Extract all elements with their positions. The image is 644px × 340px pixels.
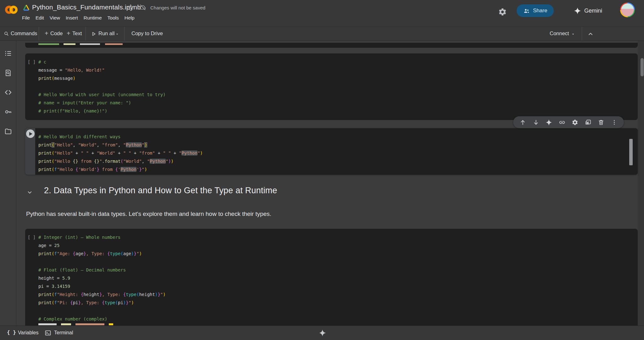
commands-button[interactable]: Commands [11,30,37,36]
variables-button[interactable]: Variables [18,330,39,336]
code-line: # Integer (int) – Whole numbers [38,233,638,241]
cell-run-gutter[interactable]: [ ] [28,58,36,66]
drive-icon [23,4,30,11]
code-line: height = 5.9 [38,274,638,282]
code-line: message = "Hello, World!" [38,66,638,74]
menu-insert[interactable]: Insert [66,15,78,21]
cell-run-strip [25,128,35,175]
code-editor[interactable]: # cmessage = "Hello, World!"print(messag… [38,53,638,115]
focused-cell-wrap: # Hello World in different waysprint("He… [25,128,638,175]
menu-edit[interactable]: Edit [36,15,44,21]
code-cell-data-types[interactable]: [ ] # Integer (int) – Whole numbersage =… [25,229,638,326]
terminal-button[interactable]: Terminal [54,330,73,336]
code-editor[interactable]: # Hello World in different waysprint("He… [38,128,638,173]
search-icon [4,31,9,36]
add-code-plus-icon: + [45,30,48,37]
run-cell-button[interactable] [26,129,35,138]
share-button-label: Share [533,8,547,14]
code-line: print(f"Pi: {pi}, Type: {type(pi)}") [38,299,638,307]
run-all-button[interactable]: Run all [98,30,114,36]
notebook-scroll-area[interactable]: [ ] # cmessage = "Hello, World!"print(me… [16,41,644,326]
section-heading: 2. Data Types in Python and How to Get t… [44,186,277,195]
cell-toolbar [513,116,624,128]
cell-run-gutter[interactable]: [ ] [28,233,36,241]
unsaved-changes-note: Changes will not be saved [150,5,205,10]
code-line: # c [38,58,638,66]
clipped-code-line [38,323,133,325]
main-scrollbar-thumb[interactable] [641,58,644,76]
code-snippets-icon[interactable] [4,89,12,96]
more-actions-icon[interactable] [611,119,618,126]
code-line: print(message) [38,74,638,82]
code-line [38,82,638,90]
add-text-plus-icon: + [67,30,70,37]
play-icon [29,132,32,136]
table-of-contents-icon[interactable] [4,50,12,57]
menu-help[interactable]: Help [125,15,135,21]
section-collapse-chevron-icon[interactable] [27,189,33,195]
code-line [38,258,638,266]
terminal-icon [45,330,51,336]
find-replace-icon[interactable] [4,69,12,77]
star-icon[interactable] [127,4,134,11]
share-people-icon [523,8,530,14]
variables-braces-icon: { } [7,329,16,335]
run-all-dropdown-caret-icon[interactable] [115,32,119,36]
code-line: print("Hello" + " " + "World" + " " + "f… [38,149,638,157]
user-avatar[interactable] [620,3,635,17]
menu-view[interactable]: View [50,15,60,21]
cell-scrollbar-thumb[interactable] [629,139,633,165]
gemini-spark-icon[interactable] [546,119,552,126]
copy-to-drive-button[interactable]: Copy to Drive [131,30,163,36]
menubar: File Edit View Insert Runtime Tools Help [22,15,135,21]
collapse-header-chevron-icon[interactable] [587,31,594,37]
code-line: print(f"Height: {height}, Type: {type(he… [38,290,638,299]
menu-runtime[interactable]: Runtime [84,15,102,21]
code-cell-focused[interactable]: # Hello World in different waysprint("He… [25,128,638,175]
move-cell-down-icon[interactable] [533,119,539,126]
settings-gear-icon[interactable] [498,8,507,16]
delete-cell-icon[interactable] [598,119,604,126]
run-all-play-icon [91,31,96,36]
add-code-button[interactable]: Code [50,30,63,36]
code-line: # Hello World in different ways [38,133,638,141]
notebook-toolbar: Commands + Code + Text Run all Copy to D… [0,26,644,41]
colab-logo-icon[interactable] [4,3,18,16]
menu-tools[interactable]: Tools [108,15,119,21]
code-line [38,307,638,315]
connect-button[interactable]: Connect [550,30,569,36]
app-header: Python_Basics_Fundamentals.ipynb Changes… [0,0,644,26]
code-line: # Hello World with user input (uncomment… [38,90,638,99]
code-line: # name = input("Enter your name: ") [38,99,638,107]
left-sidebar [0,41,16,326]
code-cell-partial[interactable] [25,43,638,48]
notebook-title[interactable]: Python_Basics_Fundamentals.ipynb [32,3,141,11]
menu-file[interactable]: File [22,15,30,21]
code-cell-hello-world[interactable]: [ ] # cmessage = "Hello, World!"print(me… [25,53,638,120]
cell-settings-icon[interactable] [572,119,578,126]
link-cell-icon[interactable] [559,119,565,126]
bottom-bar: { } Variables Terminal [0,326,644,340]
code-line: # Float (float) – Decimal numbers [38,266,638,274]
code-line: print(f"Age: {age}, Type: {type(age)}") [38,250,638,258]
files-folder-icon[interactable] [4,128,12,135]
share-button[interactable]: Share [517,4,554,17]
move-cell-up-icon[interactable] [519,119,526,126]
code-line: age = 25 [38,241,638,250]
code-line: # Complex number (complex) [38,315,638,323]
gemini-label: Gemini [584,8,602,14]
code-line: print("Hello {} from {}".format("World",… [38,157,638,165]
gemini-button[interactable]: Gemini [574,8,602,14]
gemini-spark-icon [574,8,581,14]
connect-dropdown-caret-icon[interactable] [571,32,575,36]
markdown-paragraph: Python has several built-in data types. … [26,211,271,217]
code-line: print("Hello", "World", "from", "Python"… [38,141,638,149]
code-editor[interactable]: # Integer (int) – Whole numbersage = 25p… [38,229,638,323]
secrets-key-icon[interactable] [4,108,12,116]
add-text-button[interactable]: Text [72,30,82,36]
cloud-off-icon [139,4,146,11]
code-line: pi = 3.14159 [38,282,638,290]
gemini-spark-icon[interactable] [319,329,326,337]
mirror-cell-tab-icon[interactable] [585,119,591,126]
colab-app: Python_Basics_Fundamentals.ipynb Changes… [0,0,644,340]
